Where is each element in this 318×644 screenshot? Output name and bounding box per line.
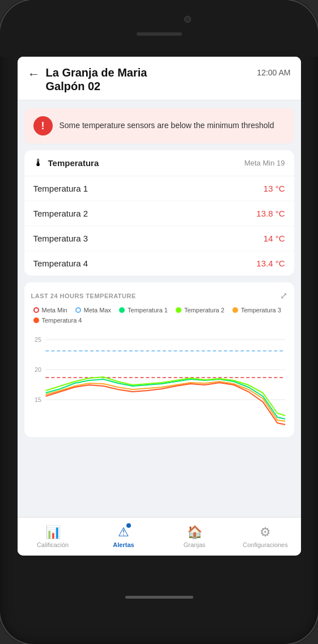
phone-bottom-bar xyxy=(125,556,193,644)
chart-legend: Meta Min Meta Max Temperatura 1 Temperat… xyxy=(31,307,287,324)
nav-label-configuraciones: Configuraciones xyxy=(243,541,288,548)
legend-temp1: Temperatura 1 xyxy=(119,307,168,313)
main-content: ! Some temperature sensors are below the… xyxy=(18,100,301,517)
sensor-value-3: 14 °C xyxy=(264,234,285,243)
legend-label-temp2: Temperatura 2 xyxy=(184,307,224,313)
legend-meta-min: Meta Min xyxy=(33,307,67,313)
y-label-25: 25 xyxy=(34,336,41,343)
sensor-name-2: Temperatura 2 xyxy=(33,209,88,218)
alertas-icon: ⚠ xyxy=(118,525,129,540)
y-label-20: 20 xyxy=(34,366,41,373)
sensor-value-1: 13 °C xyxy=(264,184,285,193)
legend-label-temp1: Temperatura 1 xyxy=(128,307,168,313)
y-label-15: 15 xyxy=(34,396,41,403)
expand-icon[interactable]: ⤢ xyxy=(280,290,287,301)
screen: ← La Granja de Maria Galpón 02 12:00 AM … xyxy=(18,57,301,556)
legend-dot-temp4 xyxy=(33,317,39,323)
title-line1: La Granja de Maria xyxy=(46,66,147,79)
camera-dot xyxy=(184,16,191,23)
legend-temp2: Temperatura 2 xyxy=(176,307,224,313)
phone-shell: ← La Granja de Maria Galpón 02 12:00 AM … xyxy=(0,0,318,644)
sensor-card-header: 🌡 Temperatura Meta Min 19 xyxy=(24,150,294,176)
chart-header: LAST 24 HOURS TEMPERATURE ⤢ xyxy=(31,290,287,301)
speaker-grill xyxy=(137,32,182,36)
chart-title: LAST 24 HOURS TEMPERATURE xyxy=(31,293,136,299)
sensor-value-4: 13.4 °C xyxy=(256,259,285,268)
table-row: Temperatura 1 13 °C xyxy=(24,176,294,201)
sensor-meta-min: Meta Min 19 xyxy=(244,159,285,167)
chart-area: 25 20 15 xyxy=(31,329,287,431)
table-row: Temperatura 4 13.4 °C xyxy=(24,251,294,276)
configuraciones-icon: ⚙ xyxy=(260,525,271,540)
exclamation-icon: ! xyxy=(41,120,45,132)
header-time: 12:00 AM xyxy=(257,68,290,77)
nav-item-alertas[interactable]: ⚠ Alertas xyxy=(88,518,159,556)
sensor-name-3: Temperatura 3 xyxy=(33,234,88,243)
nav-item-calificacion[interactable]: 📊 Calificación xyxy=(18,518,88,556)
calificacion-icon: 📊 xyxy=(45,525,61,540)
header-left: ← La Granja de Maria Galpón 02 xyxy=(28,66,147,93)
table-row: Temperatura 3 14 °C xyxy=(24,226,294,251)
table-row: Temperatura 2 13.8 °C xyxy=(24,201,294,226)
legend-temp4: Temperatura 4 xyxy=(33,317,82,324)
page-header: ← La Granja de Maria Galpón 02 12:00 AM xyxy=(18,57,301,100)
sensor-header-left: 🌡 Temperatura xyxy=(33,157,99,169)
alert-badge xyxy=(126,523,131,528)
nav-label-calificacion: Calificación xyxy=(37,541,69,548)
temp4-line xyxy=(45,383,285,425)
legend-label-temp4: Temperatura 4 xyxy=(42,317,82,324)
phone-top-bar xyxy=(0,0,318,57)
sensor-name-1: Temperatura 1 xyxy=(33,184,88,193)
sensor-card: 🌡 Temperatura Meta Min 19 Temperatura 1 … xyxy=(24,150,294,276)
nav-label-granjas: Granjas xyxy=(184,541,206,548)
legend-dot-meta-max xyxy=(75,307,81,313)
legend-dot-meta-min xyxy=(33,307,39,313)
title-line2: Galpón 02 xyxy=(46,79,147,93)
home-indicator xyxy=(125,596,193,599)
legend-label-temp3: Temperatura 3 xyxy=(241,307,281,313)
thermometer-icon: 🌡 xyxy=(33,157,44,169)
sensor-value-2: 13.8 °C xyxy=(256,209,285,218)
header-title: La Granja de Maria Galpón 02 xyxy=(46,66,147,93)
granjas-icon: 🏠 xyxy=(187,525,202,540)
nav-item-configuraciones[interactable]: ⚙ Configuraciones xyxy=(230,518,301,556)
alert-icon: ! xyxy=(33,116,53,135)
legend-dot-temp1 xyxy=(119,307,125,313)
legend-dot-temp3 xyxy=(232,307,238,313)
nav-label-alertas: Alertas xyxy=(113,541,134,548)
legend-label-meta-min: Meta Min xyxy=(42,307,67,313)
alert-banner: ! Some temperature sensors are below the… xyxy=(24,108,294,143)
sensor-header-label: Temperatura xyxy=(48,158,99,168)
bottom-nav: 📊 Calificación ⚠ Alertas 🏠 Granjas ⚙ Con… xyxy=(18,517,301,556)
legend-temp3: Temperatura 3 xyxy=(232,307,281,313)
nav-item-granjas[interactable]: 🏠 Granjas xyxy=(159,518,230,556)
sensor-name-4: Temperatura 4 xyxy=(33,259,88,268)
legend-meta-max: Meta Max xyxy=(75,307,111,313)
legend-label-meta-max: Meta Max xyxy=(84,307,111,313)
chart-card: LAST 24 HOURS TEMPERATURE ⤢ Meta Min Met… xyxy=(24,282,294,437)
legend-dot-temp2 xyxy=(176,307,181,313)
back-button[interactable]: ← xyxy=(28,67,40,82)
chart-svg: 25 20 15 xyxy=(31,329,287,431)
alert-text: Some temperature sensors are below the m… xyxy=(60,120,274,132)
